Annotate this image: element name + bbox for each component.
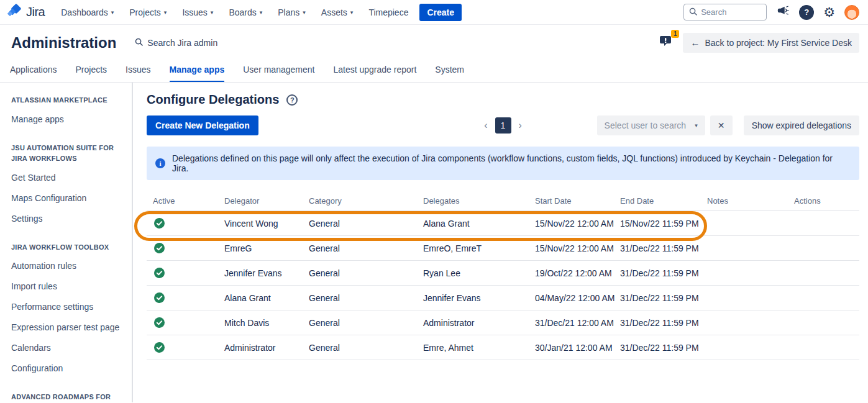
nav-dashboards[interactable]: Dashboards▾	[61, 7, 114, 17]
global-search-input[interactable]	[683, 4, 767, 20]
sidebar-item-manage-apps[interactable]: Manage apps	[11, 114, 122, 125]
chevron-down-icon: ▾	[211, 9, 214, 16]
search-icon	[135, 38, 143, 48]
admin-tabbar: Applications Projects Issues Manage apps…	[0, 60, 868, 83]
sidebar-item-automation-rules[interactable]: Automation rules	[11, 260, 122, 272]
sidebar-item-expression-parser[interactable]: Expression parser test page	[11, 322, 122, 333]
tab-system[interactable]: System	[435, 65, 464, 82]
filter-group: Select user to search ▾ ✕ Show expired d…	[597, 115, 859, 135]
help-icon[interactable]: ?	[799, 5, 814, 20]
column-header-end-date: End Date	[614, 196, 701, 206]
sidebar-item-maps-configuration[interactable]: Maps Configuration	[11, 192, 122, 204]
table-row: Alana Grant General Jennifer Evans 04/Ma…	[147, 286, 859, 310]
cell-delegator: Mitch Davis	[218, 318, 303, 328]
info-icon: i	[155, 158, 165, 168]
admin-search-label: Search Jira admin	[147, 38, 217, 48]
sidebar-item-calendars[interactable]: Calendars	[11, 342, 122, 354]
gear-icon[interactable]: ⚙	[823, 6, 835, 19]
sidebar-item-get-started[interactable]: Get Started	[11, 172, 122, 184]
tab-projects[interactable]: Projects	[76, 65, 107, 82]
column-header-category: Category	[303, 196, 417, 206]
nav-assets[interactable]: Assets▾	[321, 7, 354, 17]
nav-boards[interactable]: Boards▾	[229, 7, 262, 17]
cell-category: General	[303, 343, 417, 353]
global-search-field[interactable]	[701, 7, 757, 17]
search-icon	[689, 7, 697, 18]
active-check-icon	[147, 292, 218, 303]
help-icon[interactable]: ?	[286, 94, 298, 106]
notification-badge: 1	[671, 30, 680, 38]
column-header-start-date: Start Date	[529, 196, 614, 206]
sidebar-item-settings[interactable]: Settings	[11, 213, 122, 225]
back-arrow-icon: ←	[690, 37, 700, 48]
cell-delegator: EmreG	[218, 243, 303, 253]
cell-category: General	[303, 268, 417, 278]
chevron-down-icon: ▾	[350, 9, 354, 16]
megaphone-icon[interactable]	[776, 5, 790, 20]
delegations-table: Active Delegator Category Delegates Star…	[147, 196, 859, 360]
cell-delegator: Alana Grant	[218, 293, 303, 303]
chevron-down-icon: ▾	[695, 122, 698, 129]
active-check-icon	[147, 218, 218, 229]
create-new-delegation-button[interactable]: Create New Delegation	[147, 115, 258, 135]
tab-manage-apps[interactable]: Manage apps	[170, 65, 225, 82]
toolbar: Create New Delegation ‹ 1 › Select user …	[147, 115, 859, 135]
top-navigation: Jira Dashboards▾ Projects▾ Issues▾ Board…	[0, 0, 868, 25]
tab-issues[interactable]: Issues	[126, 65, 150, 82]
sidebar-heading-jsu: JSU AUTOMATION SUITE FOR JIRA WORKFLOWS	[11, 143, 122, 165]
jira-logo[interactable]: Jira	[7, 4, 45, 21]
cell-delegates: Alana Grant	[417, 219, 529, 229]
admin-search[interactable]: Search Jira admin	[135, 38, 217, 48]
cell-start-date: 31/Dec/21 12:00 AM	[529, 318, 614, 328]
back-to-project-button[interactable]: ← Back to project: My First Service Desk	[683, 33, 859, 53]
cell-delegates: Jennifer Evans	[417, 293, 529, 303]
cell-delegates: Ryan Lee	[417, 268, 529, 278]
cell-start-date: 15/Nov/22 12:00 AM	[529, 219, 614, 229]
nav-issues[interactable]: Issues▾	[182, 7, 213, 17]
nav-plans[interactable]: Plans▾	[278, 7, 306, 17]
sidebar-item-configuration[interactable]: Configuration	[11, 363, 122, 374]
cell-delegator: Administrator	[218, 343, 303, 353]
column-header-delegates: Delegates	[417, 196, 529, 206]
tab-user-management[interactable]: User management	[243, 65, 314, 82]
pagination-next-icon[interactable]: ›	[519, 120, 522, 130]
active-check-icon	[147, 317, 218, 328]
sidebar-heading-advanced-roadmaps: ADVANCED ROADMAPS FOR JIRA	[11, 392, 122, 403]
table-header-row: Active Delegator Category Delegates Star…	[147, 196, 859, 211]
table-row: Administrator General Emre, Ahmet 30/Jan…	[147, 335, 859, 360]
user-search-select[interactable]: Select user to search ▾	[597, 115, 705, 135]
pagination: ‹ 1 ›	[484, 117, 522, 134]
sidebar-item-performance-settings[interactable]: Performance settings	[11, 301, 122, 313]
info-banner: i Delegations defined on this page will …	[147, 147, 859, 180]
nav-timepiece[interactable]: Timepiece	[368, 7, 408, 17]
jira-logo-icon	[7, 4, 22, 21]
pagination-prev-icon[interactable]: ‹	[484, 120, 487, 130]
cell-end-date: 31/Dec/22 11:59 PM	[614, 293, 701, 303]
table-row: Vincent Wong General Alana Grant 15/Nov/…	[147, 211, 859, 236]
feedback-bubble-icon[interactable]: 1	[659, 34, 675, 52]
cell-start-date: 04/May/22 12:00 AM	[529, 293, 614, 303]
table-row: EmreG General EmreO, EmreT 15/Nov/22 12:…	[147, 236, 859, 261]
pagination-current-page[interactable]: 1	[495, 117, 511, 134]
sidebar-item-import-rules[interactable]: Import rules	[11, 281, 122, 292]
clear-filter-button[interactable]: ✕	[710, 115, 733, 135]
cell-delegator: Vincent Wong	[218, 219, 303, 229]
create-button[interactable]: Create	[419, 4, 462, 21]
active-check-icon	[147, 342, 218, 353]
nav-projects[interactable]: Projects▾	[129, 7, 167, 17]
column-header-actions: Actions	[788, 196, 859, 206]
cell-end-date: 31/Dec/22 11:59 PM	[614, 318, 701, 328]
cell-start-date: 19/Oct/22 12:00 AM	[529, 268, 614, 278]
sidebar-heading-marketplace: ATLASSIAN MARKETPLACE	[11, 95, 122, 106]
tab-applications[interactable]: Applications	[10, 65, 57, 82]
show-expired-delegations-button[interactable]: Show expired delegations	[744, 115, 859, 135]
cell-category: General	[303, 293, 417, 303]
user-avatar[interactable]	[844, 5, 859, 20]
chevron-down-icon: ▾	[164, 9, 167, 16]
tab-latest-upgrade-report[interactable]: Latest upgrade report	[333, 65, 416, 82]
admin-header: Administration Search Jira admin 1 ← Bac…	[0, 25, 868, 60]
column-header-notes: Notes	[701, 196, 788, 206]
cell-category: General	[303, 219, 417, 229]
cell-end-date: 31/Dec/22 11:59 PM	[614, 343, 701, 353]
cell-start-date: 15/Nov/22 12:00 AM	[529, 243, 614, 253]
